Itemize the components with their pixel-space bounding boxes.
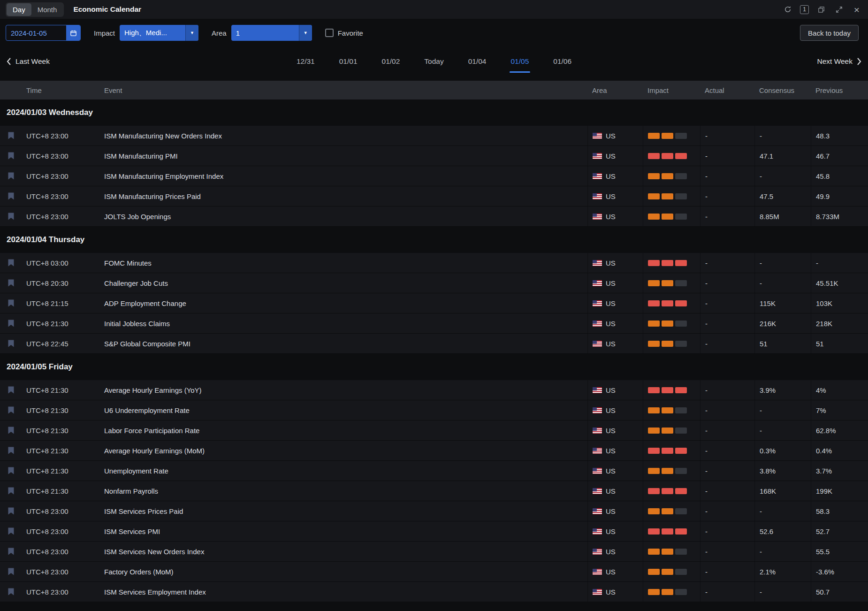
bookmark-icon[interactable] xyxy=(8,132,14,139)
table-row[interactable]: UTC+8 21:30Initial Jobless ClaimsUS-216K… xyxy=(0,313,868,334)
table-row[interactable]: UTC+8 21:30Average Hourly Earnings (YoY)… xyxy=(0,380,868,400)
us-flag-icon xyxy=(593,589,602,595)
table-row[interactable]: UTC+8 03:00FOMC MinutesUS--- xyxy=(0,253,868,273)
bookmark-icon[interactable] xyxy=(8,447,14,454)
table-row[interactable]: UTC+8 21:15ADP Employment ChangeUS-115K1… xyxy=(0,293,868,313)
bookmark-icon[interactable] xyxy=(8,568,14,575)
bookmark-icon[interactable] xyxy=(8,467,14,474)
panel-count-badge[interactable]: 1 xyxy=(800,5,809,14)
week-date-01-06[interactable]: 01/06 xyxy=(541,57,584,66)
favorite-checkbox[interactable] xyxy=(325,29,334,37)
area-label: US xyxy=(606,340,616,348)
impact-dropdown[interactable]: High、Medi... ▼ xyxy=(120,25,198,41)
area-label: US xyxy=(606,507,616,515)
column-header-consensus: Consensus xyxy=(754,81,811,99)
bookmark-cell xyxy=(0,420,22,440)
us-flag-icon xyxy=(593,448,602,454)
bookmark-icon[interactable] xyxy=(8,320,14,327)
week-dates: 12/3101/0101/02Today01/0401/0501/06 xyxy=(284,57,584,66)
consensus-value: 51 xyxy=(754,334,811,353)
week-date-01-05[interactable]: 01/05 xyxy=(498,57,541,66)
table-row[interactable]: UTC+8 23:00ISM Services Prices PaidUS--5… xyxy=(0,501,868,521)
impact-bar xyxy=(648,428,660,434)
bookmark-icon[interactable] xyxy=(8,406,14,414)
previous-value: 103K xyxy=(811,293,868,313)
tab-month[interactable]: Month xyxy=(31,3,63,16)
event-name: ISM Manufacturing Prices Paid xyxy=(99,186,587,206)
bookmark-icon[interactable] xyxy=(8,299,14,307)
favorite-filter[interactable]: Favorite xyxy=(325,29,363,37)
impact-bar xyxy=(662,321,673,327)
refresh-icon[interactable] xyxy=(782,4,793,15)
consensus-value: - xyxy=(754,273,811,293)
previous-value: 51 xyxy=(811,334,868,353)
table-row[interactable]: UTC+8 23:00ISM Manufacturing Employment … xyxy=(0,166,868,186)
bookmark-icon[interactable] xyxy=(8,548,14,555)
table-row[interactable]: UTC+8 23:00ISM Services Employment Index… xyxy=(0,582,868,602)
close-icon[interactable]: × xyxy=(851,4,862,15)
table-row[interactable]: UTC+8 21:30Average Hourly Earnings (MoM)… xyxy=(0,441,868,461)
table-row[interactable]: UTC+8 21:30Unemployment RateUS-3.8%3.7% xyxy=(0,461,868,481)
table-row[interactable]: UTC+8 23:00JOLTS Job OpeningsUS-8.85M8.7… xyxy=(0,206,868,227)
event-name: S&P Global Composite PMI xyxy=(99,334,587,353)
table-body: 2024/01/03 WednesdayUTC+8 23:00ISM Manuf… xyxy=(0,99,868,602)
table-row[interactable]: UTC+8 23:00Factory Orders (MoM)US-2.1%-3… xyxy=(0,562,868,582)
week-date-12-31[interactable]: 12/31 xyxy=(284,57,327,66)
bookmark-icon[interactable] xyxy=(8,427,14,434)
event-name: Initial Jobless Claims xyxy=(99,313,587,333)
area-label: US xyxy=(606,213,616,221)
week-nav: Last Week 12/3101/0101/02Today01/0401/05… xyxy=(0,47,868,76)
table-row[interactable]: UTC+8 22:45S&P Global Composite PMIUS-51… xyxy=(0,334,868,354)
impact-indicator-medium xyxy=(643,273,700,293)
bookmark-icon[interactable] xyxy=(8,487,14,495)
area-label: US xyxy=(606,527,616,535)
week-date-01-04[interactable]: 01/04 xyxy=(456,57,499,66)
actual-value: - xyxy=(700,400,754,420)
table-row[interactable]: UTC+8 23:00ISM Manufacturing Prices Paid… xyxy=(0,186,868,206)
back-to-today-button[interactable]: Back to today xyxy=(800,25,859,41)
week-date-01-01[interactable]: 01/01 xyxy=(327,57,370,66)
impact-bar xyxy=(675,260,687,266)
bookmark-icon[interactable] xyxy=(8,340,14,347)
bookmark-icon[interactable] xyxy=(8,213,14,220)
table-row[interactable]: UTC+8 23:00ISM Services New Orders Index… xyxy=(0,542,868,562)
week-date-today[interactable]: Today xyxy=(412,57,456,66)
bookmark-icon[interactable] xyxy=(8,259,14,267)
impact-bar xyxy=(662,549,673,555)
tab-day[interactable]: Day xyxy=(7,3,31,16)
impact-bar xyxy=(675,569,687,575)
impact-bar xyxy=(675,407,687,413)
event-name: ISM Manufacturing Employment Index xyxy=(99,166,587,186)
table-row[interactable]: UTC+8 21:30U6 Underemployment RateUS--7% xyxy=(0,400,868,420)
bookmark-cell xyxy=(0,126,22,145)
date-picker[interactable]: 2024-01-05 xyxy=(6,25,81,41)
area-dropdown[interactable]: 1 ▼ xyxy=(231,25,312,41)
calendar-icon[interactable] xyxy=(66,25,80,40)
us-flag-icon xyxy=(593,321,602,327)
bookmark-icon[interactable] xyxy=(8,172,14,180)
event-time: UTC+8 23:00 xyxy=(22,206,99,226)
last-week-button[interactable]: Last Week xyxy=(7,57,50,66)
area-label: US xyxy=(606,568,616,576)
bookmark-icon[interactable] xyxy=(8,152,14,160)
week-date-01-02[interactable]: 01/02 xyxy=(370,57,412,66)
table-row[interactable]: UTC+8 21:30Labor Force Participation Rat… xyxy=(0,420,868,441)
bookmark-icon[interactable] xyxy=(8,386,14,394)
restore-icon[interactable] xyxy=(815,4,827,15)
table-row[interactable]: UTC+8 21:30Nonfarm PayrollsUS-168K199K xyxy=(0,481,868,501)
expand-icon[interactable] xyxy=(833,4,845,15)
actual-value: - xyxy=(700,313,754,333)
bookmark-icon[interactable] xyxy=(8,192,14,200)
impact-bar xyxy=(662,468,673,474)
bookmark-icon[interactable] xyxy=(8,527,14,535)
event-time: UTC+8 23:00 xyxy=(22,501,99,521)
table-row[interactable]: UTC+8 23:00ISM Manufacturing New Orders … xyxy=(0,126,868,146)
table-row[interactable]: UTC+8 20:30Challenger Job CutsUS--45.51K xyxy=(0,273,868,293)
bookmark-icon[interactable] xyxy=(8,507,14,515)
table-row[interactable]: UTC+8 23:00ISM Manufacturing PMIUS-47.14… xyxy=(0,146,868,166)
bookmark-icon[interactable] xyxy=(8,588,14,596)
bookmark-icon[interactable] xyxy=(8,279,14,287)
event-area: US xyxy=(587,313,643,333)
table-row[interactable]: UTC+8 23:00ISM Services PMIUS-52.652.7 xyxy=(0,521,868,542)
next-week-button[interactable]: Next Week xyxy=(817,57,861,66)
